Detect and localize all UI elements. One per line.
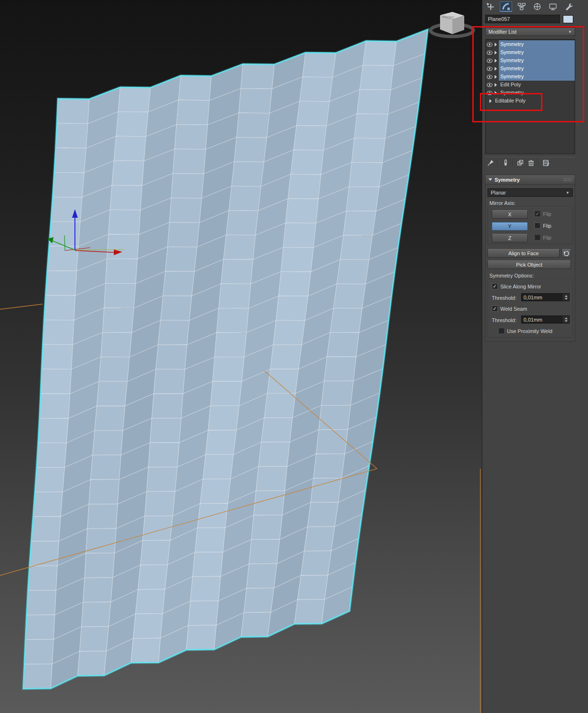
threshold-value-1[interactable]: 0,01mm bbox=[522, 295, 563, 300]
create-icon bbox=[486, 2, 495, 11]
threshold-label-2: Threshold: bbox=[492, 317, 516, 323]
modify-icon bbox=[501, 2, 511, 11]
checkbox-icon[interactable] bbox=[534, 222, 541, 229]
axis-x-button[interactable]: X bbox=[492, 210, 528, 219]
remove-modifier-icon[interactable] bbox=[527, 159, 535, 167]
show-end-result-icon[interactable] bbox=[502, 159, 509, 167]
symmetry-type-value: Planar bbox=[491, 190, 506, 195]
expand-arrow-icon[interactable] bbox=[495, 67, 497, 71]
modifier-row[interactable]: Symmetry bbox=[486, 48, 575, 56]
expand-arrow-icon[interactable] bbox=[495, 75, 497, 79]
modifier-list-label: Modifier List bbox=[488, 29, 516, 35]
configure-modifier-sets-icon[interactable] bbox=[542, 159, 550, 167]
checkbox-icon[interactable] bbox=[498, 328, 505, 334]
viewport[interactable]: FRONT bbox=[0, 0, 482, 713]
modifier-row[interactable]: Editable Poly bbox=[486, 97, 575, 105]
weld-seam-checkbox[interactable]: ✓ Weld Seam bbox=[492, 306, 527, 312]
axis-y-button[interactable]: Y bbox=[492, 222, 528, 231]
spinner-arrows-icon[interactable] bbox=[563, 316, 569, 323]
rollout-header[interactable]: Symmetry bbox=[486, 175, 575, 185]
utilities-icon bbox=[564, 2, 573, 11]
visibility-eye-icon[interactable] bbox=[486, 74, 494, 79]
modifier-label[interactable]: Symmetry bbox=[499, 56, 575, 65]
flip-x-label: Flip bbox=[543, 211, 551, 217]
flip-z-checkbox[interactable]: Flip bbox=[534, 234, 551, 241]
motion-icon bbox=[533, 2, 542, 11]
hierarchy-icon bbox=[517, 2, 526, 11]
checkbox-icon[interactable] bbox=[534, 234, 541, 241]
modifier-row[interactable]: Symmetry bbox=[486, 65, 575, 73]
reset-alignment-button[interactable] bbox=[561, 249, 571, 258]
pin-stack-icon[interactable] bbox=[487, 159, 495, 167]
mirror-axis-group: X ✓ Flip Y Flip Z Flip bbox=[487, 206, 573, 244]
modifier-label[interactable]: Symmetry bbox=[499, 40, 575, 48]
hierarchy-tab[interactable] bbox=[515, 1, 528, 12]
modifier-label[interactable]: Symmetry bbox=[499, 89, 575, 97]
expand-arrow-icon[interactable] bbox=[495, 83, 497, 87]
visibility-eye-icon[interactable] bbox=[486, 83, 494, 87]
symmetry-type-dropdown[interactable]: Planar ▼ bbox=[487, 188, 573, 197]
modifier-row[interactable]: Edit Poly bbox=[486, 81, 575, 89]
modifier-label[interactable]: Editable Poly bbox=[494, 97, 575, 105]
checkbox-icon[interactable]: ✓ bbox=[492, 306, 498, 312]
circular-arrows-icon bbox=[563, 250, 570, 257]
make-unique-icon[interactable] bbox=[516, 159, 524, 167]
spinner-arrows-icon[interactable] bbox=[563, 294, 569, 301]
visibility-eye-icon[interactable] bbox=[486, 91, 494, 95]
modifier-label[interactable]: Edit Poly bbox=[499, 81, 575, 89]
slice-along-mirror-checkbox[interactable]: ✓ Slice Along Mirror bbox=[492, 283, 541, 289]
3dsmax-window: FRONT bbox=[0, 0, 588, 713]
use-proximity-weld-label: Use Proximity Weld bbox=[507, 328, 552, 334]
flip-x-checkbox[interactable]: ✓ Flip bbox=[534, 211, 551, 217]
modifier-row[interactable]: Symmetry bbox=[486, 40, 575, 48]
object-name-row: Plane057 bbox=[485, 14, 586, 24]
display-tab[interactable] bbox=[547, 1, 559, 12]
visibility-eye-icon[interactable] bbox=[486, 50, 494, 55]
flip-y-checkbox[interactable]: Flip bbox=[534, 222, 551, 229]
threshold-value-2[interactable]: 0,01mm bbox=[522, 317, 563, 323]
modifier-stack[interactable]: Symmetry Symmetry Symmetry Symmetry Symm bbox=[485, 39, 575, 154]
visibility-eye-icon[interactable] bbox=[486, 58, 494, 63]
modifier-row[interactable]: Symmetry bbox=[486, 56, 575, 65]
viewport-canvas[interactable]: FRONT bbox=[0, 0, 482, 713]
modifier-row[interactable]: Symmetry bbox=[486, 89, 575, 97]
axis-z-button[interactable]: Z bbox=[492, 234, 528, 242]
expand-arrow-icon[interactable] bbox=[495, 43, 497, 46]
visibility-eye-icon[interactable] bbox=[486, 42, 494, 47]
expand-arrow-icon[interactable] bbox=[489, 99, 492, 103]
modify-tab[interactable] bbox=[500, 1, 512, 12]
flip-y-label: Flip bbox=[543, 223, 551, 229]
motion-tab[interactable] bbox=[531, 1, 543, 12]
rollout-title: Symmetry bbox=[495, 177, 520, 183]
create-tab[interactable] bbox=[484, 1, 496, 12]
mirror-axis-label: Mirror Axis: bbox=[489, 200, 515, 206]
checkbox-icon[interactable]: ✓ bbox=[492, 283, 498, 289]
pick-object-button[interactable]: Pick Object bbox=[487, 260, 571, 269]
expand-arrow-icon[interactable] bbox=[495, 59, 497, 63]
checkbox-icon[interactable]: ✓ bbox=[534, 211, 541, 217]
modifier-label[interactable]: Symmetry bbox=[499, 65, 575, 73]
toolbar-divider bbox=[498, 159, 498, 166]
viewcube[interactable]: FRONT bbox=[431, 12, 473, 37]
visibility-eye-icon[interactable] bbox=[486, 66, 494, 71]
plane-mesh-object[interactable] bbox=[23, 29, 428, 689]
modifier-label[interactable]: Symmetry bbox=[499, 48, 575, 56]
chevron-down-icon: ▼ bbox=[568, 30, 572, 34]
utilities-tab[interactable] bbox=[562, 1, 575, 12]
rollout-collapse-icon bbox=[488, 178, 492, 181]
rollout-grip-icon[interactable] bbox=[563, 178, 572, 182]
align-to-face-button[interactable]: Align to Face bbox=[487, 249, 560, 258]
use-proximity-weld-checkbox[interactable]: Use Proximity Weld bbox=[498, 328, 552, 334]
expand-arrow-icon[interactable] bbox=[495, 51, 497, 55]
symmetry-rollout: Symmetry Planar ▼ Mirror Axis: X ✓ Flip … bbox=[485, 175, 575, 342]
modifier-label[interactable]: Symmetry bbox=[499, 73, 575, 81]
stack-toolbar bbox=[485, 157, 575, 167]
symmetry-options-group: ✓ Slice Along Mirror Threshold: 0,01mm ✓… bbox=[487, 279, 573, 338]
object-color-swatch[interactable] bbox=[563, 15, 573, 23]
modifier-list-dropdown[interactable]: Modifier List ▼ bbox=[485, 28, 575, 36]
object-name-input[interactable]: Plane057 bbox=[485, 15, 560, 23]
threshold-spinner-1[interactable]: 0,01mm bbox=[521, 293, 570, 301]
modifier-row[interactable]: Symmetry bbox=[486, 73, 575, 81]
threshold-spinner-2[interactable]: 0,01mm bbox=[521, 315, 570, 324]
expand-arrow-icon[interactable] bbox=[495, 91, 497, 95]
